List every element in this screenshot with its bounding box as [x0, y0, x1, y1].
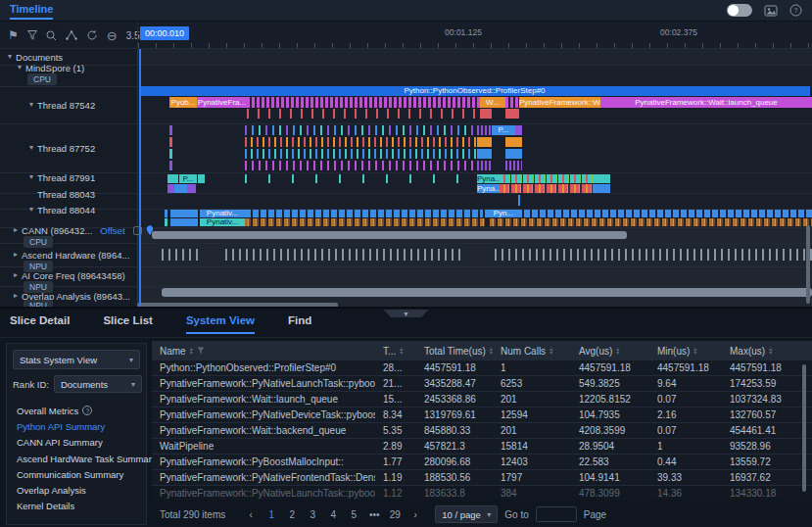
timeline-slice[interactable] — [170, 218, 198, 226]
timeline-slice[interactable] — [169, 125, 172, 135]
timeline-slice[interactable]: Pyna... — [477, 174, 500, 183]
timeline-slice[interactable] — [245, 161, 480, 170]
timeline-slice[interactable]: Pyob... — [169, 97, 197, 108]
timeline-slice[interactable] — [169, 137, 172, 147]
tree-node[interactable]: ▾Thread 87991 — [29, 171, 95, 183]
tree-node[interactable]: ▾MindSpore (1) — [18, 62, 84, 73]
chevron-down-icon[interactable]: ▾ — [29, 101, 33, 109]
filter-icon[interactable] — [197, 347, 205, 355]
page-button-29[interactable]: 29 — [388, 509, 402, 520]
timeline-slice[interactable]: Pynativ... — [200, 218, 245, 226]
timeline-slice[interactable]: W... — [480, 97, 505, 108]
sidebar-item-kernel-details[interactable]: Kernel Details — [17, 499, 146, 514]
help-icon[interactable]: ? — [789, 4, 802, 17]
timeline-slice[interactable] — [165, 210, 167, 217]
sidebar-item-overall-metrics[interactable]: Overall Metrics? — [17, 403, 146, 418]
timeline-slice[interactable]: Pynativ... — [200, 210, 245, 217]
timeline-slice[interactable]: Python::PythonObserved::ProfilerStep#0 — [139, 86, 810, 96]
timeline-slice[interactable] — [162, 249, 199, 261]
tree-node[interactable]: ▾Thread 88044 — [29, 204, 95, 216]
timeline-slice[interactable] — [247, 97, 480, 108]
timeline-slice[interactable] — [165, 218, 167, 226]
chevron-right-icon[interactable]: ▸ — [14, 226, 18, 234]
timeline-slice[interactable] — [152, 231, 627, 239]
column-header-name[interactable]: Name▴▾ — [152, 346, 375, 357]
tab-system-view[interactable]: System View — [186, 314, 255, 334]
timeline-slice[interactable] — [187, 184, 196, 193]
timeline-slice[interactable] — [500, 184, 593, 193]
timeline-slice[interactable] — [593, 174, 610, 183]
timeline-slice[interactable]: P... — [492, 125, 515, 135]
timeline-slice[interactable] — [495, 249, 812, 261]
table-row[interactable]: PynativeFramework::Wait::launch_queue15.… — [152, 392, 812, 407]
timeline-slice[interactable]: PynativeFra... — [197, 97, 247, 108]
timeline-slice[interactable] — [167, 184, 174, 193]
timeline-slice[interactable] — [245, 149, 480, 159]
timeline-slice[interactable] — [518, 195, 520, 206]
pin-icon[interactable] — [146, 225, 154, 236]
table-row[interactable]: PynativeFramework::PyNativeLaunchTask::p… — [152, 376, 812, 392]
chevron-down-icon[interactable]: ▾ — [29, 144, 33, 152]
restore-icon[interactable] — [86, 29, 98, 41]
column-header-avg-us-[interactable]: Avg(us)▴▾ — [571, 346, 649, 357]
timeline-slice[interactable] — [480, 109, 492, 119]
help-icon[interactable]: ? — [82, 406, 92, 415]
sidebar-item-cann-api-summary[interactable]: CANN API Summary — [17, 435, 146, 451]
table-row[interactable]: PynativeFramework::PyNativeFrontendTask:… — [152, 470, 812, 486]
view-select[interactable]: Stats System View ▾ — [13, 350, 140, 369]
timeline-slice[interactable] — [505, 149, 522, 159]
timeline-slice[interactable]: PynativeFramework::Wait::launch_queue — [600, 97, 812, 108]
timeline-slice[interactable] — [169, 149, 172, 159]
table-row[interactable]: WaitPipeline2.89457821.31581428.95041935… — [152, 439, 812, 455]
page-button-4[interactable]: 4 — [326, 509, 340, 520]
page-button-1[interactable]: 1 — [264, 509, 278, 520]
timeline-slice[interactable] — [477, 161, 492, 170]
timeline-slice[interactable] — [174, 184, 187, 193]
timeline-slice[interactable] — [505, 109, 519, 119]
table-row[interactable]: PynativeFramework::PyNativeDeviceTask::p… — [152, 407, 812, 423]
timeline-slice[interactable] — [500, 174, 593, 183]
timeline-slice[interactable] — [162, 288, 812, 297]
timeline-slice[interactable] — [806, 225, 810, 304]
timeline-slice[interactable] — [505, 161, 522, 170]
timeline-slice[interactable] — [245, 218, 485, 226]
tab-slice-list[interactable]: Slice List — [103, 314, 153, 334]
chevron-right-icon[interactable]: ▸ — [14, 251, 18, 259]
timeline-slice[interactable] — [524, 210, 812, 217]
zoom-out-icon[interactable]: ⊖ — [107, 29, 118, 42]
column-header-max-us-[interactable]: Max(us)▴▾ — [722, 346, 812, 357]
timeline-slice[interactable] — [245, 210, 483, 217]
timeline-slice[interactable] — [505, 97, 519, 108]
chevron-down-icon[interactable]: ▾ — [29, 173, 33, 181]
timeline-slice[interactable]: PynativeFramework::Wait... — [519, 97, 600, 108]
timeline-slice[interactable] — [225, 249, 460, 261]
column-header-total-time-us-[interactable]: Total Time(us)▴▾ — [416, 346, 493, 357]
sort-icon[interactable]: ▴▾ — [190, 347, 193, 356]
timeline-slice[interactable] — [137, 303, 338, 308]
timeline-cursor[interactable] — [139, 49, 141, 307]
flow-icon[interactable] — [66, 30, 77, 40]
timeline-slice[interactable]: Pyn... — [485, 210, 522, 217]
page-button-5[interactable]: 5 — [347, 509, 360, 520]
column-header-num-calls[interactable]: Num Calls▴▾ — [493, 346, 571, 357]
sort-icon[interactable]: ▴▾ — [769, 347, 772, 356]
tree-node[interactable]: Thread 88043 — [37, 188, 95, 200]
timeline-slice[interactable] — [167, 174, 178, 183]
tab-find[interactable]: Find — [288, 314, 311, 334]
table-row[interactable]: Python::PythonObserved::ProfilerStep#028… — [152, 360, 812, 376]
table-row[interactable]: PynativeFramework::PyBoostMallocInput::1… — [152, 455, 812, 470]
chevron-right-icon[interactable]: ▸ — [14, 271, 18, 279]
chevron-down-icon[interactable]: ▾ — [29, 206, 33, 214]
tab-timeline[interactable]: Timeline — [10, 3, 53, 20]
sort-icon[interactable]: ▴▾ — [400, 347, 403, 356]
timeline-slice[interactable] — [515, 125, 522, 135]
goto-page-input[interactable] — [536, 506, 577, 522]
timeline-slice[interactable] — [245, 174, 477, 183]
chevron-down-icon[interactable]: ▾ — [8, 53, 12, 61]
rank-select[interactable]: Documents ▾ — [54, 375, 142, 393]
timeline-slice[interactable]: Pyna... — [477, 184, 500, 193]
timeline-slice[interactable] — [593, 184, 610, 193]
timeline-slice[interactable] — [245, 137, 480, 147]
sidebar-item-overlap-analysis[interactable]: Overlap Analysis — [17, 482, 146, 498]
sort-icon[interactable]: ▴▾ — [616, 347, 619, 356]
